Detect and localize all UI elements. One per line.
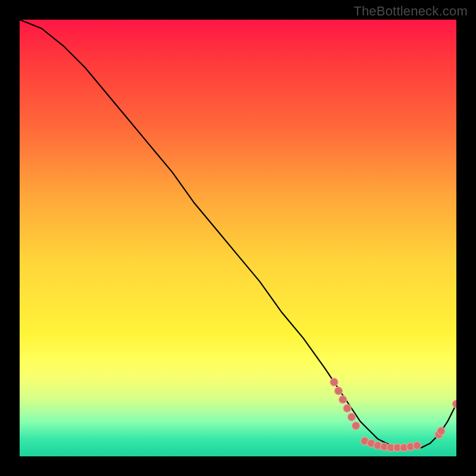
data-point — [343, 405, 351, 412]
data-point — [367, 439, 375, 447]
data-point — [393, 444, 401, 452]
data-point — [437, 427, 445, 435]
data-point — [435, 431, 443, 439]
bottleneck-curve — [20, 20, 456, 447]
data-point — [361, 437, 368, 445]
data-point — [387, 444, 394, 452]
data-point — [374, 441, 381, 449]
data-point — [330, 378, 338, 386]
chart-svg — [20, 20, 456, 456]
data-point — [334, 387, 342, 394]
marker-group — [330, 378, 456, 452]
data-point — [347, 413, 355, 421]
data-point — [380, 443, 388, 450]
watermark-text: TheBottleneck.com — [353, 4, 468, 19]
data-point — [452, 400, 456, 408]
data-point — [339, 396, 347, 403]
chart-frame: TheBottleneck.com — [0, 0, 476, 476]
data-point — [352, 422, 360, 430]
data-point — [413, 441, 421, 449]
data-point — [400, 444, 408, 452]
data-point — [406, 443, 414, 450]
plot-area — [20, 20, 456, 456]
